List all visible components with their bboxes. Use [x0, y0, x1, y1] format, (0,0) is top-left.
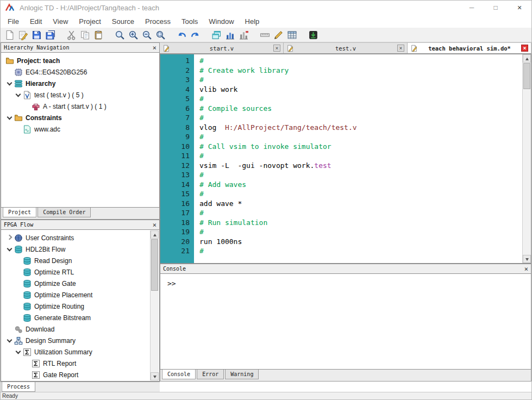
- line-number: 9: [160, 132, 190, 142]
- scroll-down-icon[interactable]: [151, 372, 159, 380]
- scrollbar-thumb[interactable]: [523, 63, 530, 89]
- chevron-down-icon[interactable]: [15, 348, 23, 356]
- editor-tab-label: start.v: [173, 45, 270, 52]
- close-console-panel-icon[interactable]: ×: [524, 266, 528, 272]
- editor-code[interactable]: ## Create work library#vlib work## Compi…: [194, 54, 531, 263]
- chevron-down-icon[interactable]: [6, 114, 14, 122]
- chevron-right-icon[interactable]: [6, 234, 14, 242]
- menu-project[interactable]: Project: [73, 16, 106, 27]
- download-bitstream-button[interactable]: [306, 28, 320, 41]
- editor-scrollbar[interactable]: [522, 54, 531, 263]
- tab-error[interactable]: Error: [197, 370, 224, 379]
- close-fpga-flow-panel-icon[interactable]: ×: [153, 222, 157, 228]
- close-tab-icon[interactable]: ×: [273, 45, 280, 52]
- menu-window[interactable]: Window: [203, 16, 239, 27]
- zoom-out-button[interactable]: [140, 28, 154, 41]
- close-hierarchy-panel-icon[interactable]: ×: [153, 45, 157, 51]
- scroll-up-icon[interactable]: [151, 230, 159, 239]
- tree-item-optimize-routing[interactable]: Optimize Routing: [1, 301, 159, 312]
- table-edit-button[interactable]: [285, 28, 299, 41]
- cut-button[interactable]: [65, 28, 78, 41]
- zoom-button[interactable]: [113, 28, 127, 41]
- menu-view[interactable]: View: [47, 16, 73, 27]
- tree-item-test-test-v-5[interactable]: test ( test.v ) ( 5 ): [1, 89, 159, 101]
- tab-compile-order[interactable]: Compile Order: [37, 208, 91, 217]
- fpga-flow-scrollbar[interactable]: [150, 230, 159, 380]
- line-number: 8: [160, 123, 190, 133]
- chevron-down-icon[interactable]: [15, 91, 23, 99]
- scroll-up-icon[interactable]: [523, 54, 531, 62]
- minimize-button[interactable]: ─: [460, 1, 484, 15]
- tree-item-design-summary[interactable]: Design Summary: [1, 335, 159, 346]
- pen-button[interactable]: [272, 28, 285, 41]
- zoom-in-button[interactable]: [127, 28, 140, 41]
- zoom-selection-button[interactable]: [154, 28, 167, 41]
- maximize-button[interactable]: □: [484, 1, 508, 15]
- copy-icon: [80, 30, 90, 40]
- tree-item-constraints[interactable]: Constraints: [1, 112, 159, 123]
- close-window-button[interactable]: ×: [508, 1, 531, 15]
- tree-item-project-teach[interactable]: Project: teach: [1, 55, 159, 66]
- tree-item-utilization-summary[interactable]: Utilization Summary: [1, 346, 159, 358]
- code-editor[interactable]: 123456789101112131415161718192021 ## Cre…: [160, 54, 531, 264]
- code-line: add wave *: [199, 199, 531, 209]
- paste-button[interactable]: [92, 28, 105, 41]
- tree-item-label: Read Design: [34, 257, 72, 265]
- editor-tab-start-v[interactable]: start.v×: [160, 42, 284, 53]
- tab-console[interactable]: Console: [162, 370, 196, 379]
- tree-item-optimize-placement[interactable]: Optimize Placement: [1, 289, 159, 301]
- tree-item-www-adc[interactable]: www.adc: [1, 123, 159, 135]
- sigma-icon: [32, 371, 40, 379]
- scroll-down-icon[interactable]: [523, 255, 531, 263]
- open-file-button[interactable]: [16, 28, 30, 41]
- tree-item-user-constraints[interactable]: User Constraints: [1, 232, 159, 243]
- tree-item-optimize-gate[interactable]: Optimize Gate: [1, 278, 159, 289]
- menu-file[interactable]: File: [2, 16, 24, 27]
- console-output[interactable]: >>: [160, 274, 531, 370]
- tab-warning[interactable]: Warning: [225, 370, 259, 379]
- menu-tools[interactable]: Tools: [176, 16, 203, 27]
- menu-source[interactable]: Source: [107, 16, 140, 27]
- report-chart-button[interactable]: [237, 28, 251, 41]
- code-line: # Compile sources: [199, 104, 531, 114]
- menu-help[interactable]: Help: [240, 16, 265, 27]
- tree-item-hdl2bit-flow[interactable]: HDL2Bit Flow: [1, 243, 159, 255]
- bar-chart-button[interactable]: [223, 28, 237, 41]
- tree-item-eg4-eg4s20bg256[interactable]: EG4::EG4S20BG256: [1, 66, 159, 78]
- save-all-button[interactable]: [43, 28, 57, 41]
- tree-item-gate-report[interactable]: Gate Report: [1, 369, 159, 380]
- zoom-selection-icon: [155, 30, 166, 40]
- tree-item-rtl-report[interactable]: RTL Report: [1, 358, 159, 369]
- tab-project[interactable]: Project: [3, 208, 36, 217]
- copy-button[interactable]: [78, 28, 92, 41]
- cascade-windows-button[interactable]: [210, 28, 223, 41]
- tab-process[interactable]: Process: [2, 382, 35, 392]
- tree-item-generate-bitstream[interactable]: Generate Bitstream: [1, 312, 159, 323]
- editor-tab-teach-behavioral-sim-do[interactable]: teach_behavioral_sim.do*×: [408, 42, 531, 53]
- tree-item-hierarchy[interactable]: Hierarchy: [1, 78, 159, 89]
- tree-item-a-start-start-v-1[interactable]: A - start ( start.v ) ( 1 ): [1, 101, 159, 112]
- undo-button[interactable]: [175, 28, 189, 41]
- undo-icon: [177, 30, 187, 40]
- save-button[interactable]: [30, 28, 43, 41]
- editor-tab-label: test.v: [297, 45, 394, 52]
- chevron-down-icon[interactable]: [6, 245, 14, 253]
- left-panels: Hierarchy Navigation × Project: teachEG4…: [1, 42, 160, 393]
- close-tab-icon[interactable]: ×: [521, 45, 528, 52]
- menu-edit[interactable]: Edit: [24, 16, 47, 27]
- tree-item-optimize-rtl[interactable]: Optimize RTL: [1, 266, 159, 278]
- close-tab-icon[interactable]: ×: [397, 45, 404, 52]
- ruler-button[interactable]: [258, 28, 272, 41]
- tree-item-download[interactable]: Download: [1, 323, 159, 335]
- menu-process[interactable]: Process: [140, 16, 176, 27]
- chevron-down-icon[interactable]: [6, 336, 14, 345]
- console-tabs: ConsoleErrorWarning: [160, 370, 531, 382]
- hierarchy-panel: Hierarchy Navigation × Project: teachEG4…: [1, 42, 160, 220]
- redo-button[interactable]: [189, 28, 202, 41]
- tree-item-read-design[interactable]: Read Design: [1, 255, 159, 266]
- new-file-button[interactable]: [3, 28, 16, 41]
- scrollbar-thumb[interactable]: [151, 239, 158, 291]
- chevron-down-icon[interactable]: [6, 79, 14, 88]
- code-line: vlib work: [199, 85, 531, 95]
- editor-tab-test-v[interactable]: test.v×: [284, 42, 408, 53]
